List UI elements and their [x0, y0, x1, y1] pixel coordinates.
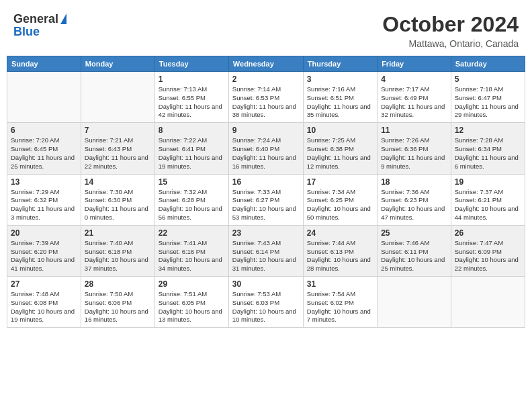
calendar-cell: 19Sunrise: 7:37 AM Sunset: 6:21 PM Dayli…	[451, 174, 525, 225]
day-number: 6	[11, 126, 77, 135]
cell-info: Sunrise: 7:47 AM Sunset: 6:09 PM Dayligh…	[455, 239, 521, 273]
calendar-week-row: 20Sunrise: 7:39 AM Sunset: 6:20 PM Dayli…	[7, 225, 525, 276]
calendar-cell: 15Sunrise: 7:32 AM Sunset: 6:28 PM Dayli…	[154, 174, 228, 225]
cell-info: Sunrise: 7:40 AM Sunset: 6:18 PM Dayligh…	[85, 239, 151, 273]
calendar-cell: 21Sunrise: 7:40 AM Sunset: 6:18 PM Dayli…	[81, 225, 154, 276]
cell-info: Sunrise: 7:41 AM Sunset: 6:16 PM Dayligh…	[159, 239, 225, 273]
day-number: 5	[455, 75, 521, 84]
logo-triangle-icon	[60, 13, 66, 24]
day-number: 28	[85, 279, 151, 289]
calendar-cell	[451, 277, 525, 328]
calendar-cell: 23Sunrise: 7:43 AM Sunset: 6:14 PM Dayli…	[228, 225, 303, 276]
calendar-week-row: 13Sunrise: 7:29 AM Sunset: 6:32 PM Dayli…	[7, 174, 525, 225]
day-number: 15	[159, 177, 225, 187]
day-number: 4	[381, 75, 447, 84]
day-number: 14	[85, 177, 151, 187]
cell-info: Sunrise: 7:16 AM Sunset: 6:51 PM Dayligh…	[307, 85, 373, 120]
cell-info: Sunrise: 7:13 AM Sunset: 6:55 PM Dayligh…	[159, 85, 225, 120]
cell-info: Sunrise: 7:33 AM Sunset: 6:27 PM Dayligh…	[232, 188, 300, 222]
day-number: 8	[159, 126, 225, 135]
cell-info: Sunrise: 7:29 AM Sunset: 6:32 PM Dayligh…	[11, 188, 77, 222]
day-number: 27	[11, 279, 77, 289]
weekday-header: Saturday	[451, 56, 525, 72]
logo-blue-text: Blue	[13, 25, 40, 39]
calendar-cell: 8Sunrise: 7:22 AM Sunset: 6:41 PM Daylig…	[154, 123, 228, 174]
calendar-cell: 11Sunrise: 7:26 AM Sunset: 6:36 PM Dayli…	[378, 123, 451, 174]
header: General Blue October 2024 Mattawa, Ontar…	[7, 7, 525, 52]
month-title: October 2024	[382, 12, 519, 37]
title-block: October 2024 Mattawa, Ontario, Canada	[382, 12, 519, 49]
calendar-cell: 12Sunrise: 7:28 AM Sunset: 6:34 PM Dayli…	[451, 123, 525, 174]
cell-info: Sunrise: 7:18 AM Sunset: 6:47 PM Dayligh…	[455, 85, 521, 120]
calendar-cell: 24Sunrise: 7:44 AM Sunset: 6:13 PM Dayli…	[303, 225, 377, 276]
day-number: 22	[159, 228, 225, 238]
day-number: 23	[232, 228, 300, 238]
day-number: 9	[232, 126, 300, 135]
calendar-cell: 18Sunrise: 7:36 AM Sunset: 6:23 PM Dayli…	[378, 174, 451, 225]
calendar-cell: 27Sunrise: 7:48 AM Sunset: 6:08 PM Dayli…	[7, 277, 81, 328]
weekday-header: Tuesday	[154, 56, 228, 72]
calendar-cell	[378, 277, 451, 328]
calendar-cell: 10Sunrise: 7:25 AM Sunset: 6:38 PM Dayli…	[303, 123, 377, 174]
calendar-cell: 1Sunrise: 7:13 AM Sunset: 6:55 PM Daylig…	[154, 72, 228, 123]
calendar-cell: 13Sunrise: 7:29 AM Sunset: 6:32 PM Dayli…	[7, 174, 81, 225]
day-number: 16	[232, 177, 300, 187]
cell-info: Sunrise: 7:46 AM Sunset: 6:11 PM Dayligh…	[381, 239, 447, 273]
location: Mattawa, Ontario, Canada	[382, 38, 519, 49]
calendar-cell: 14Sunrise: 7:30 AM Sunset: 6:30 PM Dayli…	[81, 174, 154, 225]
day-number: 13	[11, 177, 77, 187]
day-number: 20	[11, 228, 77, 238]
weekday-header: Wednesday	[228, 56, 303, 72]
day-number: 1	[159, 75, 225, 84]
day-number: 12	[455, 126, 521, 135]
cell-info: Sunrise: 7:25 AM Sunset: 6:38 PM Dayligh…	[307, 136, 373, 171]
day-number: 17	[307, 177, 373, 187]
cell-info: Sunrise: 7:36 AM Sunset: 6:23 PM Dayligh…	[381, 188, 447, 222]
cell-info: Sunrise: 7:34 AM Sunset: 6:25 PM Dayligh…	[307, 188, 373, 222]
calendar-table: SundayMondayTuesdayWednesdayThursdayFrid…	[7, 56, 525, 328]
calendar-cell: 31Sunrise: 7:54 AM Sunset: 6:02 PM Dayli…	[303, 277, 377, 328]
calendar-cell: 17Sunrise: 7:34 AM Sunset: 6:25 PM Dayli…	[303, 174, 377, 225]
cell-info: Sunrise: 7:39 AM Sunset: 6:20 PM Dayligh…	[11, 239, 77, 273]
day-number: 3	[307, 75, 373, 84]
cell-info: Sunrise: 7:22 AM Sunset: 6:41 PM Dayligh…	[159, 136, 225, 171]
calendar-cell	[7, 72, 81, 123]
cell-info: Sunrise: 7:51 AM Sunset: 6:05 PM Dayligh…	[159, 290, 225, 324]
cell-info: Sunrise: 7:30 AM Sunset: 6:30 PM Dayligh…	[85, 188, 151, 222]
cell-info: Sunrise: 7:17 AM Sunset: 6:49 PM Dayligh…	[381, 85, 447, 120]
cell-info: Sunrise: 7:26 AM Sunset: 6:36 PM Dayligh…	[381, 136, 447, 171]
cell-info: Sunrise: 7:48 AM Sunset: 6:08 PM Dayligh…	[11, 290, 77, 324]
calendar-cell: 20Sunrise: 7:39 AM Sunset: 6:20 PM Dayli…	[7, 225, 81, 276]
calendar-cell: 29Sunrise: 7:51 AM Sunset: 6:05 PM Dayli…	[154, 277, 228, 328]
day-number: 29	[159, 279, 225, 289]
calendar-cell: 3Sunrise: 7:16 AM Sunset: 6:51 PM Daylig…	[303, 72, 377, 123]
cell-info: Sunrise: 7:20 AM Sunset: 6:45 PM Dayligh…	[11, 136, 77, 171]
day-number: 24	[307, 228, 373, 238]
page-wrapper: General Blue October 2024 Mattawa, Ontar…	[7, 7, 525, 328]
calendar-cell: 30Sunrise: 7:53 AM Sunset: 6:03 PM Dayli…	[228, 277, 303, 328]
calendar-cell: 25Sunrise: 7:46 AM Sunset: 6:11 PM Dayli…	[378, 225, 451, 276]
day-number: 2	[232, 75, 300, 84]
cell-info: Sunrise: 7:53 AM Sunset: 6:03 PM Dayligh…	[232, 290, 300, 324]
cell-info: Sunrise: 7:28 AM Sunset: 6:34 PM Dayligh…	[455, 136, 521, 171]
day-number: 26	[455, 228, 521, 238]
day-number: 10	[307, 126, 373, 135]
calendar-cell: 2Sunrise: 7:14 AM Sunset: 6:53 PM Daylig…	[228, 72, 303, 123]
cell-info: Sunrise: 7:50 AM Sunset: 6:06 PM Dayligh…	[85, 290, 151, 324]
calendar-week-row: 6Sunrise: 7:20 AM Sunset: 6:45 PM Daylig…	[7, 123, 525, 174]
weekday-header: Thursday	[303, 56, 377, 72]
cell-info: Sunrise: 7:54 AM Sunset: 6:02 PM Dayligh…	[307, 290, 373, 324]
day-number: 25	[381, 228, 447, 238]
cell-info: Sunrise: 7:43 AM Sunset: 6:14 PM Dayligh…	[232, 239, 300, 273]
cell-info: Sunrise: 7:24 AM Sunset: 6:40 PM Dayligh…	[232, 136, 300, 171]
calendar-week-row: 27Sunrise: 7:48 AM Sunset: 6:08 PM Dayli…	[7, 277, 525, 328]
calendar-cell: 4Sunrise: 7:17 AM Sunset: 6:49 PM Daylig…	[378, 72, 451, 123]
calendar-cell: 26Sunrise: 7:47 AM Sunset: 6:09 PM Dayli…	[451, 225, 525, 276]
day-number: 11	[381, 126, 447, 135]
cell-info: Sunrise: 7:37 AM Sunset: 6:21 PM Dayligh…	[455, 188, 521, 222]
day-number: 30	[232, 279, 300, 289]
weekday-header: Sunday	[7, 56, 81, 72]
day-number: 31	[307, 279, 373, 289]
cell-info: Sunrise: 7:44 AM Sunset: 6:13 PM Dayligh…	[307, 239, 373, 273]
cell-info: Sunrise: 7:14 AM Sunset: 6:53 PM Dayligh…	[232, 85, 300, 120]
